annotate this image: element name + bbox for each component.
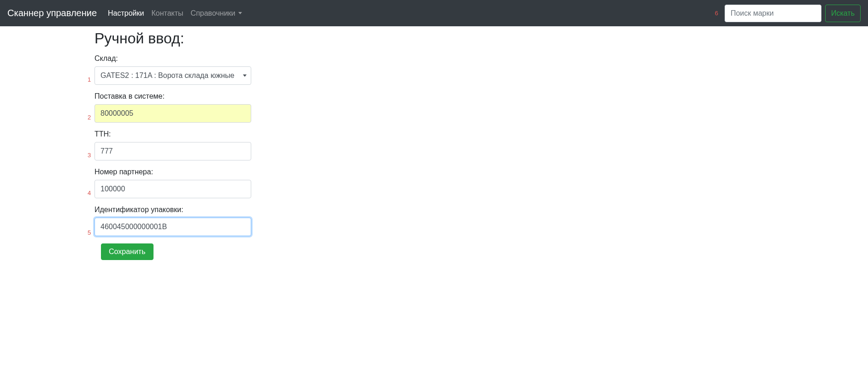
form-group-warehouse: Склад: GATES2 : 171A : Ворота склада южн… <box>94 54 868 85</box>
form-group-package: Идентификатор упаковки: 5 <box>94 206 868 236</box>
page-title: Ручной ввод: <box>94 30 868 47</box>
warehouse-annotation: 1 <box>88 76 91 83</box>
form-group-partner: Номер партнера: 4 <box>94 168 868 198</box>
search-input[interactable] <box>725 5 821 22</box>
package-input[interactable] <box>94 218 251 236</box>
nav-link-contacts[interactable]: Контакты <box>151 9 183 18</box>
search-button[interactable]: Искать <box>825 5 861 22</box>
nav-item-contacts[interactable]: Контакты <box>151 9 183 18</box>
search-annotation: 6 <box>715 10 718 17</box>
navbar-nav: Настройки Контакты Справочники <box>108 9 249 18</box>
partner-annotation: 4 <box>88 190 91 196</box>
partner-label: Номер партнера: <box>94 168 868 176</box>
ttn-label: ТТН: <box>94 130 868 138</box>
save-button[interactable]: Сохранить <box>101 243 154 260</box>
partner-input[interactable] <box>94 180 251 198</box>
nav-link-references[interactable]: Справочники <box>191 9 242 18</box>
main-container: Ручной ввод: Склад: GATES2 : 171A : Воро… <box>0 26 868 260</box>
nav-link-settings[interactable]: Настройки <box>108 9 144 18</box>
ttn-input[interactable] <box>94 142 251 160</box>
delivery-label: Поставка в системе: <box>94 92 868 101</box>
package-annotation: 5 <box>88 229 91 236</box>
delivery-input[interactable] <box>94 104 251 123</box>
delivery-annotation: 2 <box>88 114 91 121</box>
nav-link-references-label: Справочники <box>191 9 236 18</box>
package-label: Идентификатор упаковки: <box>94 206 868 214</box>
nav-item-references[interactable]: Справочники <box>191 9 242 18</box>
navbar: Сканнер управление Настройки Контакты Сп… <box>0 0 868 26</box>
navbar-right: 6 Искать <box>715 5 861 22</box>
form-group-delivery: Поставка в системе: 2 <box>94 92 868 123</box>
warehouse-select[interactable]: GATES2 : 171A : Ворота склада южные <box>94 66 251 85</box>
warehouse-label: Склад: <box>94 54 868 63</box>
chevron-down-icon <box>238 12 242 14</box>
navbar-left: Сканнер управление Настройки Контакты Сп… <box>7 8 249 18</box>
ttn-annotation: 3 <box>88 152 91 159</box>
navbar-brand[interactable]: Сканнер управление <box>7 8 97 18</box>
nav-item-settings[interactable]: Настройки <box>108 9 144 18</box>
warehouse-select-wrapper: GATES2 : 171A : Ворота склада южные <box>94 66 251 85</box>
form-group-ttn: ТТН: 3 <box>94 130 868 160</box>
